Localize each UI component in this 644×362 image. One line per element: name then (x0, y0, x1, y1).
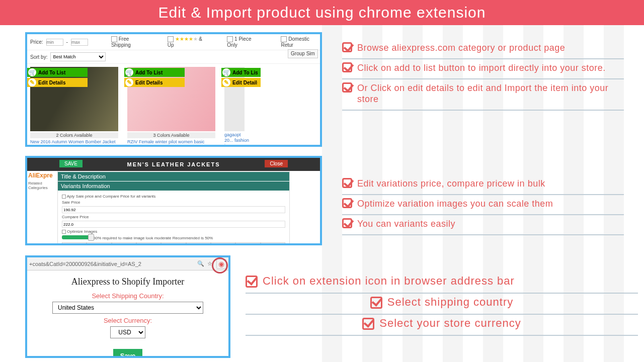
checkbox-icon[interactable] (168, 36, 174, 42)
product-card[interactable]: 🛒Add To List ✎Edit Details 2 Colors Avai… (30, 66, 118, 147)
zoom-icon[interactable]: 🔍 (197, 260, 204, 267)
product-card[interactable]: 🛒Add To List ✎Edit Details 3 Colors Avai… (127, 66, 215, 147)
aliexpress-logo: AliExpre (28, 172, 55, 179)
check-icon (342, 178, 352, 188)
optimize-images-label: Optimize Images (67, 229, 97, 234)
check-icon (362, 318, 374, 330)
compare-price-input[interactable] (62, 221, 285, 228)
sort-label: Sort by: (30, 54, 47, 60)
bullet-text: Browse aliexpress.com category or produc… (357, 42, 565, 53)
screenshot-extension-popup: +coats&CatId=200000926&initiative_id=AS_… (25, 255, 230, 358)
cart-icon: 🛒 (28, 68, 36, 76)
popup-title: Aliexpress to Shopify Importer (37, 277, 218, 287)
add-to-list-button[interactable]: 🛒Add To List (124, 68, 185, 77)
bullet-text: Select shipping country (387, 297, 513, 308)
edit-icon: ✎ (28, 78, 36, 86)
group-similar-button[interactable]: Group Sim (288, 49, 318, 58)
sale-price-input[interactable] (62, 206, 285, 213)
screenshot-edit-modal: MEN'S LEATHER JACKETS AliExpre Related C… (25, 156, 322, 245)
image-quality-slider[interactable] (62, 235, 92, 239)
price-min-input[interactable] (46, 39, 63, 46)
bullet-text: Optimize variation images you can scale … (357, 198, 553, 209)
variant-table-header: PriceCompare PriceOption1Option2Option3Q… (62, 242, 285, 245)
save-button[interactable]: SAVE (59, 160, 83, 167)
bullet-text: You can variants easily (357, 218, 455, 229)
bullet-list-2: Edit variations price, compare pricew in… (342, 175, 624, 235)
page-title: Edit & Import product using chrome exten… (0, 0, 644, 25)
checkbox-icon[interactable] (111, 36, 117, 42)
edit-icon: ✎ (125, 78, 133, 86)
extension-icon[interactable]: ◉ (216, 259, 226, 269)
section-title-description[interactable]: Title & Description (58, 172, 289, 181)
check-icon (342, 42, 352, 52)
bullet-text: Or Click on edit details to edit and Imp… (357, 82, 624, 105)
check-icon (370, 297, 382, 309)
bullet-list-3: Click on extension icon in browser addre… (246, 273, 638, 336)
close-button[interactable]: Close (265, 160, 288, 167)
compare-price-label: Compare Price (62, 215, 285, 219)
check-icon (342, 62, 352, 72)
bullet-text: Edit variations price, compare pricew in… (357, 178, 545, 189)
check-icon (342, 198, 352, 208)
currency-select[interactable]: USD (110, 326, 145, 338)
checkbox-icon[interactable] (62, 195, 66, 199)
check-icon (342, 218, 352, 228)
checkbox-icon[interactable] (281, 36, 287, 42)
cart-icon: 🛒 (222, 68, 230, 76)
colors-badge: 2 Colors Available (30, 132, 118, 138)
save-button[interactable]: Save (113, 349, 142, 358)
product-title: gagaopt 20... fashion jac (224, 132, 250, 147)
bullet-list-1: Browse aliexpress.com category or produc… (342, 39, 624, 111)
cart-icon: 🛒 (125, 68, 133, 76)
price-label: Price: (30, 39, 43, 45)
bullet-text: Click on extension icon in browser addre… (263, 276, 515, 287)
checkbox-icon[interactable] (227, 36, 233, 42)
aliexpress-sidebar: AliExpre Related Categories (28, 172, 55, 190)
sort-select[interactable]: Best Match (50, 52, 106, 61)
edit-details-button[interactable]: ✎Edit Details (124, 78, 185, 87)
add-to-list-button[interactable]: 🛒Add To List (221, 68, 261, 77)
check-icon (342, 82, 352, 93)
edit-details-button[interactable]: ✎Edit Details (27, 78, 88, 87)
sale-price-label: Sale Price (62, 200, 285, 205)
bullet-text: Select your store currency (379, 318, 521, 329)
content-area: Price: - Free Shipping ★★★★★ & Up 1 Piec… (0, 25, 644, 362)
colors-badge: 3 Colors Available (127, 132, 215, 138)
product-title: New 2016 Autumn Women Bomber Jacket Army… (30, 139, 118, 147)
product-title: RZIV Female winter pilot women basic coa… (127, 139, 215, 147)
checkbox-icon[interactable] (62, 230, 66, 234)
shipping-country-select[interactable]: United States (52, 302, 203, 314)
bullet-text: Click on add to list button to import di… (357, 62, 606, 73)
screenshot-aliexpress-grid: Price: - Free Shipping ★★★★★ & Up 1 Piec… (25, 32, 322, 147)
section-variants-info[interactable]: Variants Information (58, 182, 289, 191)
apply-all-label: Aply Sale price and Compare Price for al… (67, 194, 156, 199)
star-icon[interactable]: ☆ (207, 260, 212, 267)
shipping-country-label: Select Shipping Country: (37, 292, 218, 300)
edit-details-button[interactable]: ✎Edit Details (221, 78, 261, 87)
slider-note: 80% required to make image look moderate… (93, 236, 213, 240)
price-max-input[interactable] (71, 39, 88, 46)
product-card[interactable]: 🛒Add To List ✎Edit Details gagaopt 20...… (224, 66, 250, 147)
check-icon (246, 276, 258, 288)
add-to-list-button[interactable]: 🛒Add To List (27, 68, 88, 77)
url-fragment: +coats&CatId=200000926&initiative_id=AS_… (29, 261, 141, 267)
currency-label: Select Currency: (37, 317, 218, 324)
edit-icon: ✎ (222, 78, 230, 86)
